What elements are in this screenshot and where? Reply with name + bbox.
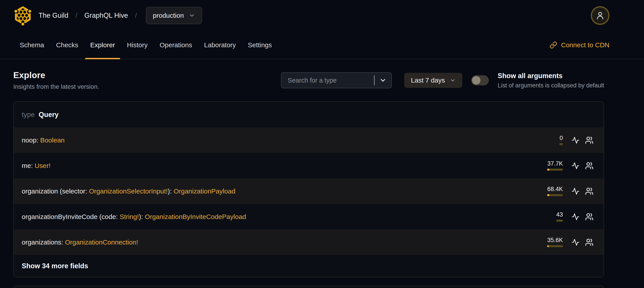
activity-icon[interactable] [569,184,582,198]
table-row: organizations: OrganizationConnection!35… [14,229,604,255]
usage-stat: 68.4K [547,186,563,196]
table-row: organizationByInviteCode (code: String!)… [14,204,604,229]
field-text: noop: [22,136,40,144]
tab-checks[interactable]: Checks [50,31,84,59]
users-icon[interactable] [582,133,596,147]
type-card-footer: Show 34 more fields [14,255,604,277]
type-link[interactable]: OrganizationSelectorInput! [89,187,168,195]
type-link[interactable]: Boolean [40,136,64,144]
usage-stat: 37.7K [547,161,563,171]
request-count: 68.4K [547,186,563,192]
field-signature: organizationByInviteCode (code: String!)… [22,213,556,220]
tab-explorer[interactable]: Explorer [84,31,121,59]
users-icon[interactable] [582,184,596,198]
usage-stat: 43 [556,212,563,222]
tab-laboratory[interactable]: Laboratory [198,31,242,59]
users-icon[interactable] [582,159,596,173]
next-type-card-edge [13,285,604,288]
toggle-knob [472,76,480,85]
activity-icon[interactable] [569,235,582,249]
show-more-fields-button[interactable]: Show 34 more fields [22,262,88,270]
period-value: Last 7 days [411,77,445,84]
type-link[interactable]: String! [120,213,139,220]
tab-settings[interactable]: Settings [242,31,278,59]
search-input[interactable] [281,72,392,88]
link-icon [550,41,557,49]
field-text: ): [168,187,174,195]
breadcrumb-separator: / [75,12,77,19]
type-kind-label: type [22,111,35,119]
breadcrumb-project[interactable]: GraphQL Hive [84,12,128,20]
connect-cdn-label: Connect to CDN [561,41,610,49]
user-icon [595,11,605,21]
chevron-down-icon [189,13,195,19]
chevron-down-icon [450,77,456,83]
breadcrumb-org[interactable]: The Guild [38,12,68,20]
type-link[interactable]: OrganizationConnection! [65,238,138,246]
request-count: 0 [560,135,563,141]
type-link[interactable]: User! [34,162,50,169]
hive-logo-icon[interactable] [13,5,32,26]
usage-meter-fill [547,245,548,247]
users-icon[interactable] [582,210,596,224]
tab-bar: SchemaChecksExplorerHistoryOperationsLab… [0,31,644,59]
toggle-description: List of arguments is collapsed by defaul… [498,82,604,89]
page-subtitle: Insights from the latest version. [13,83,99,90]
usage-meter-fill [547,169,549,171]
field-text: organizationByInviteCode (code: [22,213,120,220]
target-selector-value: production [153,12,184,19]
field-text: ): [139,213,145,220]
activity-icon[interactable] [569,133,582,147]
users-icon[interactable] [582,235,596,249]
period-selector[interactable]: Last 7 days [404,73,462,88]
field-text: organization (selector: [22,187,89,195]
type-link[interactable]: OrganizationByInviteCodePayload [145,213,246,220]
schema-type-card: type Query noop: Boolean0me: User!37.7Ko… [13,101,604,277]
request-count: 43 [556,212,563,218]
connect-cdn-link[interactable]: Connect to CDN [550,31,610,59]
usage-meter [547,194,563,196]
activity-icon[interactable] [569,159,582,173]
combobox-divider [374,75,374,85]
request-count: 37.7K [547,161,563,167]
tab-history[interactable]: History [121,31,154,59]
field-text: me: [22,162,34,169]
type-search-combobox[interactable] [281,72,392,88]
tab-schema[interactable]: Schema [14,31,50,59]
usage-stat: 0 [559,135,563,145]
request-count: 35.6K [547,237,563,243]
tab-operations[interactable]: Operations [154,31,198,59]
topbar: The Guild / GraphQL Hive / production [0,0,644,31]
usage-meter [556,220,563,222]
usage-meter-fill [547,194,549,196]
field-signature: organizations: OrganizationConnection! [22,238,547,246]
target-selector[interactable]: production [146,7,202,24]
table-row: me: User!37.7K [14,153,604,178]
user-menu-button[interactable] [591,6,610,25]
breadcrumb-separator: / [135,12,137,19]
field-signature: me: User! [22,162,547,169]
usage-meter [547,169,563,171]
chevron-down-icon[interactable] [380,77,386,84]
show-all-arguments-toggle[interactable] [471,75,489,85]
type-link[interactable]: OrganizationPayload [174,187,235,195]
usage-meter [559,143,563,145]
table-row: noop: Boolean0 [14,127,604,153]
page-title: Explore [13,70,99,80]
type-card-header: type Query [14,102,604,127]
toggle-label: Show all arguments [498,72,604,80]
usage-meter [547,245,563,247]
activity-icon[interactable] [569,210,582,224]
type-name: Query [39,111,59,119]
table-row: organization (selector: OrganizationSele… [14,178,604,204]
usage-stat: 35.6K [547,237,563,247]
field-text: organizations: [22,238,65,246]
field-signature: noop: Boolean [22,136,559,144]
field-signature: organization (selector: OrganizationSele… [22,187,547,195]
